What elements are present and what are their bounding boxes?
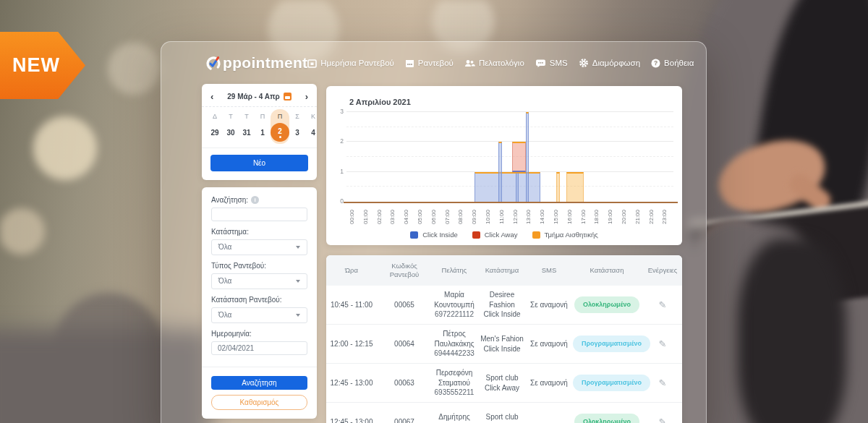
gridline [346, 141, 673, 142]
nav-menu: Ημερήσια ΡαντεβούΡαντεβούΠελατολόγιοSMSΔ… [307, 58, 694, 68]
x-axis-label: 18:00 [593, 206, 600, 228]
edit-pencil-icon[interactable]: ✎ [659, 338, 667, 351]
cell-client: Περσεφόνη Σταματιού6935552211 [432, 368, 477, 398]
store-type: Click Inside [479, 344, 525, 354]
status-badge: Ολοκληρωμένο [574, 414, 639, 423]
nav-item-label: Πελατολόγιο [479, 59, 524, 67]
filters-card: Αναζήτηση: i Κατάστημα: Όλα Τύπος Ραντεβ… [202, 187, 317, 419]
calendar-picker-icon[interactable] [284, 93, 292, 101]
store-name: Sport club [479, 412, 525, 422]
store-name: Sport club [479, 373, 525, 383]
x-axis-label: 16:00 [566, 206, 574, 228]
search-button[interactable]: Αναζήτηση [211, 376, 307, 390]
type-select[interactable]: Όλα [211, 273, 307, 289]
help-icon: ? [651, 59, 660, 68]
calendar-day-4[interactable]: Κ4 [305, 111, 321, 142]
nav-item-label: SMS [550, 59, 568, 67]
day-date: 29 [207, 124, 223, 140]
chart-segment-orange [566, 172, 584, 202]
new-appointment-button[interactable]: Νέο [210, 155, 308, 171]
column-header: SMS [527, 266, 571, 275]
nav-item-1[interactable]: Ημερήσια Ραντεβού [307, 59, 394, 68]
nav-item-5[interactable]: Διαμόρφωση [579, 58, 640, 68]
status-select[interactable]: Όλα [211, 307, 307, 323]
client-name: Μαρία Κουντουμπή [434, 290, 475, 309]
nav-item-6[interactable]: ?Βοήθεια [651, 59, 694, 68]
cell-client: Πέτρος Παυλακάκης6944442233 [432, 329, 477, 359]
new-badge-label: NEW [0, 54, 60, 77]
cell-code: 00063 [377, 378, 432, 388]
person-clothing-bottom [738, 239, 846, 423]
day-letter: Τ [244, 113, 249, 120]
day-letter: Τ [229, 113, 233, 120]
sms-icon [535, 59, 546, 68]
search-input[interactable] [211, 208, 307, 221]
svg-text:?: ? [654, 59, 658, 67]
calendar-day-30[interactable]: Τ30 [223, 111, 239, 142]
cell-sms: Σε αναμονή [527, 339, 571, 349]
gear-icon [579, 58, 589, 68]
x-axis-label: 14:00 [539, 206, 546, 228]
column-header: Ώρα [326, 266, 377, 275]
cell-time: 10:45 - 11:00 [326, 300, 377, 310]
edit-pencil-icon[interactable]: ✎ [659, 416, 667, 423]
calendar-day-31[interactable]: Τ31 [239, 111, 255, 142]
calendar-prev-button[interactable]: ‹ [210, 92, 213, 101]
table-row: 12:45 - 13:0000067Δημήτρης ΝικόπουλοςSpo… [326, 403, 682, 423]
chart-segment-blue [475, 172, 540, 202]
calendar-range[interactable]: 29 Μάρ - 4 Απρ [227, 93, 292, 101]
calendar-day-2[interactable]: Π2 [271, 111, 289, 142]
selected-day-dot [279, 136, 281, 138]
legend-label: Click Inside [422, 231, 458, 239]
date-label: Ημερομηνία: [211, 330, 307, 338]
calendar-day-29[interactable]: Δ29 [207, 111, 223, 142]
chevron-down-icon [296, 280, 300, 283]
calendar-day-3[interactable]: Σ3 [289, 111, 305, 142]
nav-item-2[interactable]: Ραντεβού [405, 59, 454, 68]
store-select[interactable]: Όλα [211, 239, 307, 255]
cell-status: Προγραμματισμένο [571, 336, 643, 351]
store-type: Click Away [479, 383, 525, 393]
x-axis-label: 13:00 [525, 206, 532, 228]
client-name: Δημήτρης Νικόπουλος [434, 412, 475, 423]
nav-item-label: Ημερήσια Ραντεβού [320, 59, 394, 67]
edit-pencil-icon[interactable]: ✎ [659, 377, 667, 390]
status-select-value: Όλα [218, 311, 231, 319]
x-axis-label: 07:00 [444, 206, 451, 228]
x-axis-label: 08:00 [457, 206, 464, 228]
top-navbar: ppointment Ημερήσια ΡαντεβούΡαντεβούΠελα… [161, 42, 706, 84]
clear-button[interactable]: Καθαρισμός [211, 395, 307, 410]
info-icon[interactable]: i [251, 196, 259, 204]
nav-item-3[interactable]: Πελατολόγιο [464, 59, 524, 68]
status-badge: Ολοκληρωμένο [574, 296, 639, 312]
x-axis-label: 20:00 [621, 206, 628, 228]
nav-item-4[interactable]: SMS [535, 59, 568, 68]
cell-code: 00065 [377, 300, 432, 310]
store-name: Men's Fahion [479, 334, 525, 344]
day-letter: Π [278, 113, 283, 120]
cell-actions: ✎ [643, 416, 682, 423]
legend-label: Click Away [485, 231, 518, 239]
client-phone: 6972221112 [434, 309, 475, 320]
nav-item-label: Διαμόρφωση [592, 59, 640, 67]
day-letter: Σ [295, 113, 299, 120]
brand-name: ppointment [223, 54, 307, 72]
cell-store: Sport clubClick Away [477, 373, 527, 393]
x-axis-label: 15:00 [553, 206, 560, 228]
x-axis-label: 21:00 [634, 206, 642, 228]
calendar-footer: Νέο [202, 148, 317, 178]
cell-sms: Σε αναμονή [527, 378, 571, 388]
date-input[interactable] [211, 341, 307, 355]
edit-pencil-icon[interactable]: ✎ [659, 299, 667, 312]
store-type: Click Inside [479, 309, 525, 320]
type-label: Τύπος Ραντεβού: [211, 262, 307, 270]
x-axis-label: 00:00 [349, 206, 356, 228]
search-label: Αναζήτηση: i [211, 196, 307, 204]
calendar-day-1[interactable]: Π1 [255, 111, 271, 142]
x-axis-label: 01:00 [362, 206, 370, 228]
app-logo[interactable]: ppointment [205, 54, 307, 72]
users-icon [464, 59, 475, 68]
day-date: 30 [223, 124, 239, 140]
calendar-next-button[interactable]: › [305, 92, 308, 101]
search-label-text: Αναζήτηση: [211, 196, 248, 204]
